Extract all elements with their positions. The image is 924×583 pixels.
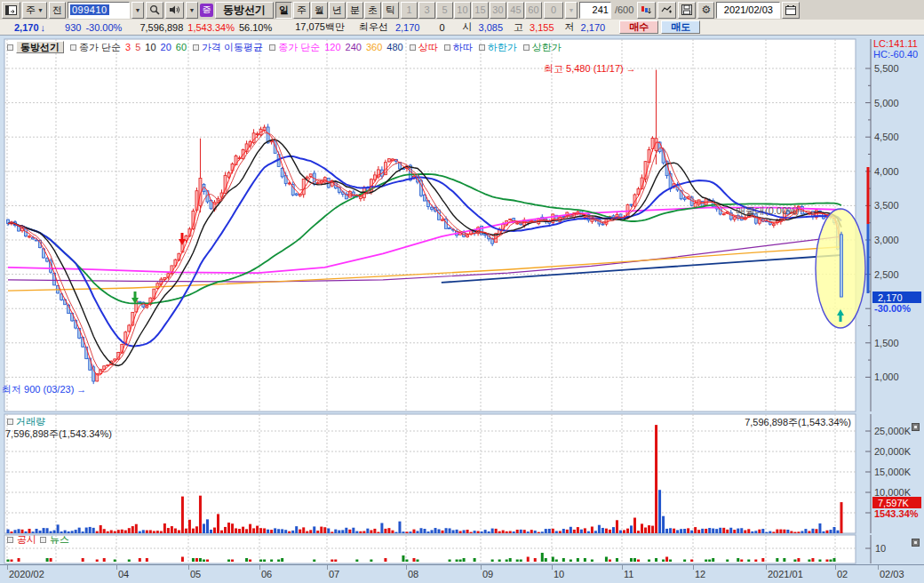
period-button-틱[interactable]: 틱 xyxy=(382,2,399,19)
date-axis-label: 10 xyxy=(554,569,564,579)
price-tick-label: 5,000 xyxy=(874,98,899,108)
save-icon xyxy=(681,4,692,15)
window-layout-button[interactable] xyxy=(2,2,20,19)
news-axis-menu-button[interactable] xyxy=(912,539,920,547)
legend-stock-item[interactable]: 동방선기 xyxy=(7,41,64,53)
legend-item-label: 상따 xyxy=(418,41,438,54)
tick-count-button-45[interactable]: 45 xyxy=(507,2,524,19)
tick-count-button-1[interactable]: 1 xyxy=(401,2,418,19)
volume-tick-label: 20,000K xyxy=(874,446,911,457)
best-quote-label: 최우선 xyxy=(359,20,388,34)
date-axis-label: 2020/02 xyxy=(9,569,44,579)
legend-item-label: 하한가 xyxy=(488,41,517,54)
annotation-high: 최고 5,480 (11/17) → xyxy=(544,62,636,76)
period-button-분[interactable]: 분 xyxy=(346,2,363,19)
tick-count-button-3[interactable]: 3 xyxy=(418,2,435,19)
stock-name-button[interactable]: 동방선기 xyxy=(215,2,274,19)
candle-add-icon xyxy=(641,4,652,15)
quick-period-button[interactable]: 주▼ xyxy=(22,2,47,19)
tick-count-button-5[interactable]: 5 xyxy=(436,2,453,19)
period-button-주[interactable]: 주 xyxy=(293,2,310,19)
date-value: 2021/02/03 xyxy=(724,4,773,15)
legend-item-0[interactable]: 종가 단순35102060 xyxy=(70,41,187,54)
period-button-초[interactable]: 초 xyxy=(364,2,381,19)
price-tick-label: 4,500 xyxy=(874,132,899,142)
settings-button[interactable]: ⚙ xyxy=(697,2,714,19)
save-button[interactable] xyxy=(678,2,696,19)
annotation-low: 최저 900 (03/23) → xyxy=(2,383,86,396)
calendar-icon xyxy=(785,5,796,15)
price-tick-label: 5,500 xyxy=(874,63,899,74)
checkbox-icon[interactable] xyxy=(7,419,13,425)
buy-button[interactable]: 매수 xyxy=(619,20,658,34)
legend-item-label: 상한가 xyxy=(532,41,562,54)
checkbox-icon[interactable] xyxy=(70,44,76,51)
volume-tick-label: 10,000K xyxy=(874,487,911,498)
price-tick-label: 4,000 xyxy=(874,166,899,177)
legend-item-2[interactable]: 종가 단순120240360480 xyxy=(269,41,403,54)
prev-stock-button[interactable]: 전 xyxy=(49,2,66,19)
volume-axis-menu-button[interactable] xyxy=(912,423,920,431)
period-button-group: 일주월년분초틱 xyxy=(275,2,399,19)
checkbox-icon[interactable] xyxy=(7,537,13,543)
period-button-년[interactable]: 년 xyxy=(329,2,346,19)
turnover-ratio: 56.10% xyxy=(239,22,272,33)
period-button-월[interactable]: 월 xyxy=(311,2,328,19)
date-input[interactable]: 2021/02/03 xyxy=(716,2,780,19)
current-price-badge: 2,170 xyxy=(872,292,921,303)
sound-dropdown[interactable]: ▼ xyxy=(186,2,198,19)
low-label: 저 xyxy=(565,20,575,34)
checkbox-icon[interactable] xyxy=(7,44,13,51)
legend-item-1[interactable]: 가격 이동평균 xyxy=(193,41,263,54)
stock-code-dropdown[interactable]: ▼ xyxy=(131,2,144,19)
tick-count-button-10[interactable]: 10 xyxy=(454,2,471,19)
legend-stock-label: 동방선기 xyxy=(16,41,64,53)
legend-item-label: 가격 이동평균 xyxy=(202,41,263,54)
volume-value: 7,596,898 xyxy=(139,22,183,33)
sell-button[interactable]: 매도 xyxy=(661,20,700,34)
price-tick-label: 2,500 xyxy=(874,269,899,280)
date-axis-label: 09 xyxy=(482,569,493,579)
date-axis-tick xyxy=(552,565,553,570)
volume-badge-value: 7,597K xyxy=(878,498,909,508)
checkbox-icon[interactable] xyxy=(410,44,416,51)
sound-button[interactable] xyxy=(165,2,184,19)
open-price: 3,085 xyxy=(479,22,504,33)
checkbox-icon[interactable] xyxy=(523,44,530,51)
calendar-button[interactable] xyxy=(782,2,800,19)
disclosure-label[interactable]: 공시 xyxy=(17,533,36,547)
legend-item-3[interactable]: 상따 xyxy=(410,41,438,54)
news-pane-header: 공시 뉴스 xyxy=(7,533,69,547)
legend-item-4[interactable]: 하따 xyxy=(444,41,473,54)
custom-tick-button[interactable]: 0 xyxy=(544,2,563,19)
date-axis[interactable]: 2020/020405060708091011122021/010202/03 xyxy=(0,564,924,583)
checkbox-icon[interactable] xyxy=(444,44,450,51)
custom-tick-dropdown[interactable]: ▼ xyxy=(565,2,578,19)
news-label[interactable]: 뉴스 xyxy=(50,533,69,547)
candle-tool-button[interactable] xyxy=(637,2,656,19)
checkbox-icon[interactable] xyxy=(40,537,46,543)
legend-ma-period: 60 xyxy=(176,42,187,52)
period-button-일[interactable]: 일 xyxy=(275,2,292,19)
volume-pane-header[interactable]: 거래량 xyxy=(7,415,45,428)
checkbox-icon[interactable] xyxy=(193,44,199,51)
tick-count-button-60[interactable]: 60 xyxy=(525,2,542,19)
tick-count-button-15[interactable]: 15 xyxy=(472,2,489,19)
indicator-legend: 동방선기 종가 단순35102060가격 이동평균종가 단순1202403604… xyxy=(7,41,562,53)
tick-count-button-30[interactable]: 30 xyxy=(490,2,506,19)
date-axis-tick xyxy=(259,565,260,570)
stock-code-input[interactable]: 099410 xyxy=(68,2,130,19)
price-down-arrow-icon: ↓ xyxy=(41,22,46,33)
checkbox-icon[interactable] xyxy=(479,44,485,51)
legend-item-5[interactable]: 하한가 xyxy=(479,41,517,54)
checkbox-icon[interactable] xyxy=(269,44,275,51)
line-tool-button[interactable] xyxy=(657,2,676,19)
stock-search-button[interactable] xyxy=(146,2,163,19)
candle-count-input[interactable]: 241 xyxy=(579,2,611,19)
legend-item-6[interactable]: 상한가 xyxy=(523,41,562,54)
date-axis-tick xyxy=(878,565,879,570)
date-axis-label: 02/03 xyxy=(880,569,904,579)
gear-icon: ⚙ xyxy=(701,4,711,16)
price-tick-label: 1,500 xyxy=(874,338,899,348)
speaker-icon xyxy=(169,4,180,15)
